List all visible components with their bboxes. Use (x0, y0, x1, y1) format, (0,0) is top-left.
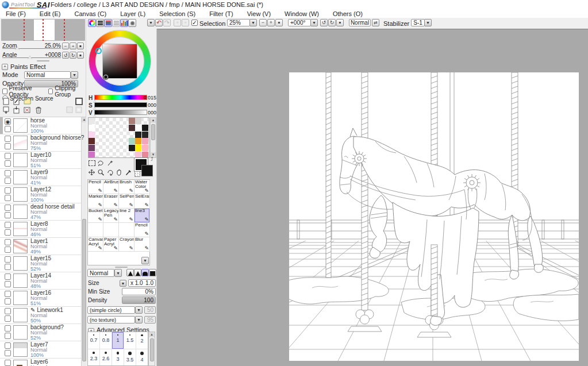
tool-eraser[interactable]: Eraser✎ (103, 194, 119, 209)
menu-others-o[interactable]: Others (O) (327, 10, 371, 17)
value-slider[interactable] (94, 110, 147, 115)
swatches-panel-toggle[interactable] (120, 19, 128, 27)
tool-paper-acryl[interactable]: Paper Acryl✎ (103, 237, 119, 252)
swatch[interactable] (89, 138, 95, 144)
menu-file-f[interactable]: File (F) (0, 10, 34, 17)
new-linework-layer-button[interactable] (13, 97, 21, 105)
flip-view-button[interactable]: ⇄ (372, 19, 379, 26)
panel-resize-handle[interactable] (37, 60, 49, 61)
menu-window-w[interactable]: Window (W) (279, 10, 327, 17)
menu-filter-t[interactable]: Filter (T) (203, 10, 241, 17)
paints-effect-header[interactable]: + Paints Effect (0, 63, 86, 71)
layer-visibility-toggle[interactable] (5, 205, 11, 211)
magic-wand-tool[interactable] (106, 159, 114, 167)
layer-scroll-thumb[interactable] (82, 219, 86, 361)
preserve-opacity-checkbox[interactable] (2, 88, 7, 94)
zoom-reset-button[interactable]: ■ (275, 19, 283, 26)
nav-angle-handle[interactable] (28, 56, 32, 59)
layer-option-toggle[interactable] (5, 246, 11, 253)
mask-disabled-button[interactable] (66, 106, 74, 114)
tool-water-color[interactable]: Water Color✎ (134, 180, 150, 194)
brush-texture-select[interactable]: (no texture) (87, 316, 135, 323)
swatch-scrollbar[interactable]: ▲ ▼ (150, 117, 156, 158)
layer-option-toggle[interactable] (5, 126, 11, 132)
tool-pencil[interactable]: Pencil✎ (88, 180, 103, 194)
canvas-viewport[interactable] (157, 29, 588, 366)
brush-size-3[interactable]: 3 (112, 349, 124, 366)
swatch[interactable] (89, 145, 95, 151)
brush-shape-dropdown[interactable]: ▼ (135, 306, 143, 314)
layer-visibility-toggle[interactable] (5, 187, 11, 194)
rect-select-tool[interactable] (87, 159, 96, 167)
hue-marker[interactable] (95, 48, 102, 54)
brush-size-1-5[interactable]: 1.5 (124, 332, 136, 349)
nav-zoom-out-button[interactable]: − (62, 43, 69, 49)
tool-line-2[interactable]: line 2✎ (119, 209, 134, 223)
zoom-out-button[interactable]: − (259, 19, 267, 26)
lasso-tool[interactable] (97, 159, 105, 167)
tool-blur[interactable]: Blur✎ (134, 237, 150, 252)
layer-row-horse[interactable]: ◉horseNormal100% (0, 117, 81, 134)
clipping-group-checkbox[interactable] (48, 88, 53, 94)
layer-option-toggle[interactable] (5, 315, 11, 322)
color-wheel-panel-toggle[interactable] (88, 19, 96, 27)
scroll-up-arrow[interactable]: ▲ (82, 117, 86, 122)
layer-visibility-toggle[interactable]: ◉ (5, 118, 11, 125)
rotate-view-tool[interactable] (106, 168, 114, 176)
canvas[interactable] (289, 72, 579, 361)
rotate-ccw-button[interactable]: ↺ (320, 19, 328, 26)
menu-edit-e[interactable]: Edit (E) (34, 10, 69, 17)
layer-visibility-toggle[interactable] (5, 153, 11, 159)
zoom-percent-field[interactable]: 25% (227, 19, 250, 26)
brush-texture-dropdown[interactable]: ▼ (135, 316, 143, 323)
swatch[interactable] (142, 138, 148, 144)
hsv-slider-panel-toggle[interactable] (104, 19, 112, 27)
swatch[interactable] (135, 132, 141, 138)
layer-visibility-toggle[interactable] (5, 325, 11, 332)
tool-crayon[interactable]: Crayon✎ (119, 237, 134, 252)
brush-blend-dropdown[interactable]: ▼ (114, 269, 122, 277)
tool-bucket[interactable]: Bucket✎ (88, 209, 103, 223)
hue-slider[interactable] (94, 95, 147, 100)
layer-visibility-toggle[interactable] (5, 360, 11, 366)
saturation-value-square[interactable] (103, 44, 137, 78)
show-selection-button[interactable] (75, 97, 83, 105)
background-color-swatch[interactable] (141, 165, 153, 176)
size-grid-scrollbar[interactable]: ▲ (148, 332, 155, 366)
brush-blend-select[interactable]: Normal (87, 269, 114, 277)
tool-pencil[interactable]: Pencil✎ (134, 223, 150, 237)
redo-button[interactable]: ↷ (163, 19, 171, 26)
size-field[interactable]: x 1.01.0 (128, 279, 156, 287)
swatch[interactable] (142, 145, 148, 151)
swatch[interactable] (89, 118, 95, 124)
tool-airbrush[interactable]: AirBrush✎ (103, 180, 119, 194)
menu-canvas-c[interactable]: Canvas (C) (69, 10, 115, 17)
layer-visibility-toggle[interactable] (5, 170, 11, 176)
menu-view-v[interactable]: View (V) (241, 10, 279, 17)
layer-mode-dropdown[interactable]: ▼ (71, 71, 78, 79)
layer-row-background[interactable]: background?Normal52% (0, 324, 81, 341)
delete-layer-button[interactable] (34, 106, 43, 114)
new-layer-button[interactable] (2, 97, 10, 105)
brush-edge-soft-button[interactable] (126, 269, 134, 276)
brush-shape-select[interactable]: (simple circle) (87, 306, 135, 314)
zoom-in-button[interactable]: + (267, 19, 275, 26)
density-slider[interactable]: 100 (122, 296, 156, 304)
layer-option-toggle[interactable] (5, 160, 11, 167)
min-size-field[interactable]: 0% (122, 288, 156, 295)
menu-layer-l[interactable]: Layer (L) (114, 10, 153, 17)
swatch[interactable] (129, 138, 135, 144)
layer-option-toggle[interactable] (5, 143, 11, 149)
sv-marker[interactable] (103, 75, 108, 79)
transfer-down-button[interactable] (2, 106, 10, 114)
layer-visibility-toggle[interactable] (5, 239, 11, 245)
tool-panel-resize-handle[interactable] (115, 267, 128, 268)
menu-selection-s[interactable]: Selection (S) (153, 10, 203, 17)
new-folder-button[interactable] (23, 97, 31, 105)
layer-option-toggle[interactable] (5, 281, 11, 287)
swatch[interactable] (135, 118, 141, 124)
navigator-preview[interactable] (1, 19, 85, 41)
layer-row-layer12[interactable]: Layer12Normal100% (0, 186, 81, 203)
layer-option-toggle[interactable] (5, 195, 11, 201)
layer-option-toggle[interactable] (5, 178, 11, 184)
